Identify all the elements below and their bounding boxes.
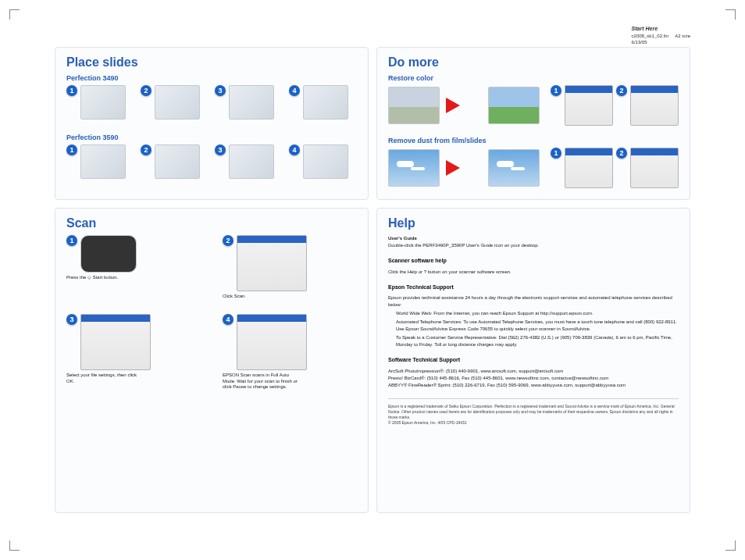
scan-step-1: 1 Press the ◇ Start button.: [66, 235, 201, 300]
arrow-icon: [446, 160, 482, 176]
step-number: 2: [141, 144, 151, 155]
support-rep: To Speak to a Customer Service Represent…: [396, 334, 679, 348]
support-ats: Automated Telephone Services: To use Aut…: [396, 319, 679, 333]
help-body: User's Guide Double-click the PERF3490P_…: [388, 235, 679, 426]
step: 1: [66, 85, 134, 119]
scanner-thumb: [80, 144, 126, 179]
step: 3: [215, 144, 283, 179]
dialog-thumb: [565, 148, 613, 188]
step-number: 1: [66, 235, 77, 246]
step-number: 2: [616, 148, 627, 159]
model-3490-row: 1 2 3 4: [66, 85, 357, 119]
step-number: 4: [289, 85, 300, 96]
step-number: 2: [223, 235, 233, 246]
step: 3: [215, 85, 283, 119]
doc-file: c2008_sb1_02.fm: [632, 34, 669, 38]
step: 4: [289, 85, 357, 119]
step-number: 2: [141, 85, 151, 96]
step: 1: [66, 144, 134, 179]
step-number: 1: [66, 85, 77, 96]
epson-support-head: Epson Technical Support: [388, 284, 679, 292]
model-3590-row: 1 2 3 4: [66, 144, 357, 179]
step: 2: [141, 144, 209, 179]
step: 4: [289, 144, 357, 179]
step-number: 3: [215, 85, 226, 96]
page-grid: Place slides Perfection 3490 1 2 3 4 Per…: [55, 47, 690, 513]
support-www: World Wide Web: From the Internet, you c…: [396, 310, 679, 317]
step: 2: [141, 85, 209, 119]
scan-step-4-caption: EPSON Scan scans in Full Auto Mode. Wait…: [223, 373, 301, 391]
step-number: 4: [223, 314, 233, 325]
epson-support-intro: Epson provides technical assistance 24 h…: [388, 294, 679, 309]
scanner-thumb: [80, 85, 126, 119]
photo-after: [488, 87, 540, 124]
remove-dust-heading: Remove dust from film/slides: [388, 137, 679, 144]
model-3590-heading: Perfection 3590: [66, 134, 357, 141]
model-3490-heading: Perfection 3490: [66, 74, 357, 82]
photo-before: [388, 149, 440, 187]
photo-after: [488, 149, 540, 187]
scan-grid: 1 Press the ◇ Start button. 2 Click Scan…: [66, 235, 357, 391]
step-number: 3: [215, 144, 226, 155]
scan-title: Scan: [66, 216, 357, 230]
step-number: 4: [289, 144, 300, 155]
users-guide-head: User's Guide: [388, 236, 417, 241]
restore-color-heading: Restore color: [388, 74, 679, 82]
dialog-thumb: [630, 148, 679, 188]
legal-line-2: © 2005 Epson America, Inc. 4/05 CPD-1943…: [388, 420, 679, 426]
support-presto: Presto! BizCard®: (510) 445-8616, Fax (5…: [388, 375, 679, 382]
scan-step-2-caption: Click Scan.: [223, 294, 246, 300]
scanner-thumb: [229, 85, 274, 119]
legal-footer: Epson is a registered trademark of Seiko…: [388, 398, 679, 426]
dialog-thumb: [630, 85, 679, 126]
do-more-title: Do more: [388, 55, 679, 70]
software-help-head: Scanner software help: [388, 257, 679, 266]
step-number: 1: [551, 148, 561, 159]
dialog-thumb: [80, 314, 151, 370]
place-slides-title: Place slides: [66, 55, 357, 70]
scanner-thumb: [155, 144, 200, 179]
scanner-device-thumb: [80, 235, 137, 273]
scanner-thumb: [303, 144, 348, 179]
support-abbyy: ABBYY® FineReader® Sprint: (510) 226-671…: [388, 382, 679, 389]
crop-mark: [9, 540, 20, 551]
crop-mark: [725, 540, 736, 551]
doc-size: A2 size: [675, 34, 690, 38]
scanner-thumb: [155, 85, 200, 119]
dialog-thumb: [237, 314, 307, 370]
scan-step-1-caption: Press the ◇ Start button.: [66, 275, 118, 281]
dialog-thumb: [237, 235, 307, 291]
arrow-icon: [446, 98, 482, 113]
doc-metadata: Start Here c2008_sb1_02.fm A2 size 6/13/…: [632, 25, 690, 46]
restore-color-row: 1 2: [388, 85, 679, 126]
doc-file-row: c2008_sb1_02.fm A2 size: [632, 33, 690, 39]
step-number: 1: [551, 85, 561, 96]
step-number: 3: [66, 314, 77, 325]
users-guide-body: Double-click the PERF3490P_3590P User's …: [388, 242, 679, 249]
step-number: 2: [616, 85, 627, 96]
photo-before: [388, 87, 440, 124]
do-more-panel: Do more Restore color 1 2 Remove dust fr…: [376, 47, 690, 200]
support-arcsoft: ArcSoft PhotoImpression®: (510) 440-9901…: [388, 368, 679, 375]
remove-dust-row: 1 2: [388, 148, 679, 188]
help-title: Help: [388, 216, 679, 230]
place-slides-panel: Place slides Perfection 3490 1 2 3 4 Per…: [55, 47, 369, 200]
doc-date: 6/13/05: [632, 39, 690, 45]
dialog-thumb: [565, 85, 613, 126]
scan-panel: Scan 1 Press the ◇ Start button. 2 Click…: [55, 208, 369, 513]
legal-line-1: Epson is a registered trademark of Seiko…: [388, 404, 679, 420]
scan-step-3: 3 Select your file settings, then click …: [66, 314, 201, 391]
scanner-thumb: [229, 144, 274, 179]
scan-step-4: 4 EPSON Scan scans in Full Auto Mode. Wa…: [223, 314, 357, 391]
software-support-head: Software Technical Support: [388, 356, 679, 365]
scanner-thumb: [303, 85, 348, 119]
scan-step-3-caption: Select your file settings, then click OK…: [66, 373, 144, 385]
crop-mark: [725, 9, 736, 20]
doc-title: Start Here: [632, 25, 690, 33]
help-panel: Help User's Guide Double-click the PERF3…: [376, 208, 690, 513]
software-help-body: Click the Help or ? button on your scann…: [388, 269, 679, 276]
crop-mark: [9, 9, 20, 20]
scan-step-2: 2 Click Scan.: [223, 235, 357, 300]
step-number: 1: [66, 144, 77, 155]
